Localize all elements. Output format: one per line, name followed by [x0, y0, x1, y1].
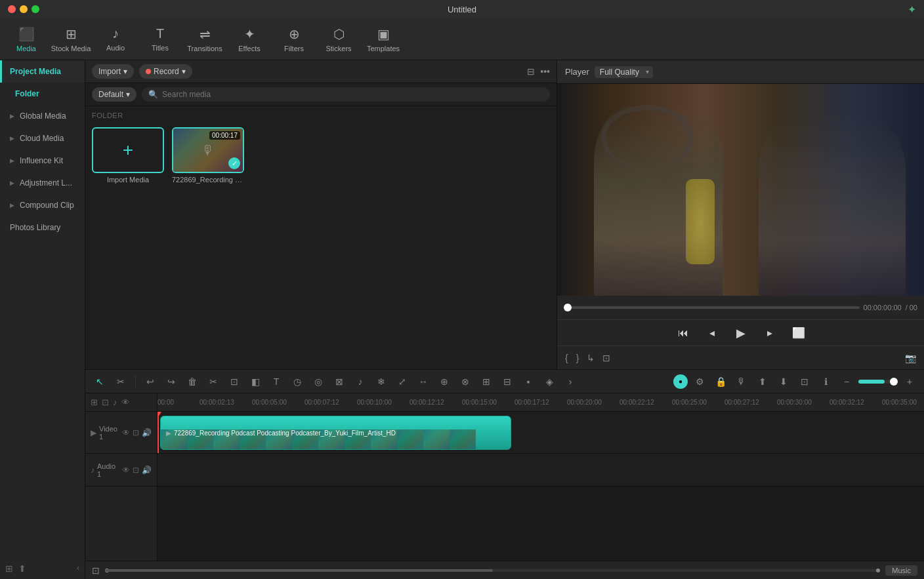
- snapshot-icon[interactable]: 📷: [905, 353, 916, 363]
- sidebar: Project Media Folder Global Media Cloud …: [0, 60, 85, 579]
- audio-vol-icon[interactable]: 🔊: [142, 466, 152, 475]
- toolbar-item-titles[interactable]: T Titles: [139, 21, 181, 58]
- sidebar-item-adjustment-layer[interactable]: Adjustment L...: [0, 172, 85, 194]
- video-track-row[interactable]: ▶ 722869_Recording Podcast Podcasting Po…: [158, 412, 924, 454]
- scale-button[interactable]: ⤢: [393, 372, 411, 391]
- ruler-tick-4: 00:00:10:00: [357, 399, 410, 406]
- record-button[interactable]: Record ▾: [139, 64, 192, 79]
- mic-tool[interactable]: 🎙: [732, 372, 751, 391]
- play-button[interactable]: ▶: [732, 324, 750, 342]
- video-lock-icon[interactable]: ⊡: [133, 428, 139, 437]
- fullscreen-button[interactable]: ⬜: [789, 324, 808, 342]
- delete-button[interactable]: 🗑: [183, 372, 201, 391]
- video-volume-icon[interactable]: 🔊: [142, 428, 152, 437]
- filter-icon[interactable]: ⊟: [527, 66, 535, 77]
- toolbar-item-stickers[interactable]: ⬡ Stickers: [318, 21, 360, 58]
- active-tool-indicator[interactable]: ●: [673, 374, 688, 389]
- zoom-in-tool[interactable]: +: [900, 372, 919, 391]
- progress-handle[interactable]: [564, 304, 572, 311]
- cut-button[interactable]: ✂: [204, 372, 222, 391]
- window-controls[interactable]: [8, 5, 39, 13]
- pip-button[interactable]: ▪: [519, 372, 537, 391]
- track-eye-icon[interactable]: 👁: [121, 397, 130, 407]
- audio-lock-icon[interactable]: ⊡: [133, 466, 139, 475]
- sidebar-item-project-media[interactable]: Project Media: [0, 60, 85, 83]
- add-folder-icon[interactable]: ⊞: [5, 563, 13, 574]
- audio-track-icons: 👁 ⊡ 🔊: [122, 466, 152, 475]
- frame-back-button[interactable]: ◂: [703, 324, 721, 342]
- sidebar-item-global-media[interactable]: Global Media: [0, 105, 85, 127]
- video-eye-icon[interactable]: 👁: [122, 428, 130, 437]
- split-icon[interactable]: ⊡: [602, 353, 610, 363]
- track-audio-icon[interactable]: ♪: [113, 397, 117, 407]
- more-tools-button[interactable]: ›: [561, 372, 579, 391]
- sidebar-item-photos-library[interactable]: Photos Library: [0, 216, 85, 239]
- crop-button[interactable]: ⊡: [225, 372, 243, 391]
- export-tool[interactable]: ⬇: [774, 372, 793, 391]
- timeline-zoom-fit-icon[interactable]: ⊡: [92, 565, 100, 576]
- toolbar-item-audio[interactable]: ♪ Audio: [94, 21, 136, 58]
- timeline-right-tools: ● ⚙ 🔒 🎙 ⬆ ⬇ ⊡ ℹ − +: [673, 372, 919, 391]
- maximize-button[interactable]: [32, 5, 39, 13]
- close-button[interactable]: [8, 5, 16, 13]
- search-input[interactable]: [162, 90, 543, 99]
- timeline-ruler: 00:00 00:00:02:13 00:00:05:00 00:00:07:1…: [158, 393, 924, 412]
- toolbar-item-transitions[interactable]: ⇌ Transitions: [184, 21, 226, 58]
- edit-tool[interactable]: ✂: [112, 372, 130, 391]
- multicam-tool[interactable]: ⊡: [795, 372, 814, 391]
- freeze-button[interactable]: ❄: [372, 372, 390, 391]
- video-clip[interactable]: ▶ 722869_Recording Podcast Podcasting Po…: [160, 416, 511, 450]
- mark-in-icon[interactable]: {: [565, 353, 568, 363]
- insert-icon[interactable]: ↳: [587, 353, 595, 363]
- quality-select[interactable]: Full Quality 1/2 Quality 1/4 Quality Aut…: [595, 66, 653, 78]
- gap-button[interactable]: ◧: [246, 372, 264, 391]
- sidebar-item-folder[interactable]: Folder: [0, 83, 85, 105]
- import-media-item[interactable]: + Import Media: [92, 127, 164, 184]
- sidebar-item-influence-kit[interactable]: Influence Kit: [0, 150, 85, 172]
- toolbar-item-stock-media[interactable]: ⊞ Stock Media: [50, 21, 92, 58]
- import-button[interactable]: Import ▾: [92, 64, 134, 79]
- effect-button[interactable]: ◎: [309, 372, 327, 391]
- skip-back-button[interactable]: ⏮: [674, 324, 692, 342]
- sidebar-item-compound-clip[interactable]: Compound Clip: [0, 194, 85, 216]
- speed-button[interactable]: ◷: [288, 372, 306, 391]
- transform-button[interactable]: ⊠: [330, 372, 348, 391]
- track-settings-icon[interactable]: ⊡: [102, 397, 109, 407]
- collapse-sidebar-icon[interactable]: ‹: [77, 563, 79, 574]
- text-tool[interactable]: T: [267, 372, 285, 391]
- detach-button[interactable]: ⊟: [498, 372, 516, 391]
- video-clip-item[interactable]: 🎙 00:00:17 ✓ 722869_Recording P...: [172, 127, 244, 184]
- mark-out-icon[interactable]: }: [576, 353, 579, 363]
- extract-tool[interactable]: ⬆: [753, 372, 772, 391]
- audio-track-row[interactable]: [158, 454, 924, 487]
- info-tool[interactable]: ℹ: [816, 372, 835, 391]
- import-icon[interactable]: ⬆: [18, 563, 26, 574]
- group-button[interactable]: ⊞: [477, 372, 495, 391]
- stabilize-button[interactable]: ⊕: [435, 372, 453, 391]
- color-button[interactable]: ◈: [540, 372, 558, 391]
- zoom-out-tool[interactable]: −: [837, 372, 856, 391]
- frame-12: [450, 429, 476, 449]
- lock-tool[interactable]: 🔒: [711, 372, 730, 391]
- redo-button[interactable]: ↪: [162, 372, 180, 391]
- select-tool[interactable]: ↖: [91, 372, 109, 391]
- toolbar-item-effects[interactable]: ✦ Effects: [228, 21, 270, 58]
- toolbar-item-templates[interactable]: ▣ Templates: [362, 21, 404, 58]
- settings-tool[interactable]: ⚙: [690, 372, 709, 391]
- frame-forward-button[interactable]: ▸: [761, 324, 779, 342]
- toolbar-item-media[interactable]: ⬛ Media: [5, 21, 47, 58]
- default-sort-button[interactable]: Default ▾: [92, 87, 136, 102]
- audio-eye-icon[interactable]: 👁: [122, 466, 130, 475]
- undo-button[interactable]: ↩: [141, 372, 159, 391]
- more-options-icon[interactable]: •••: [540, 66, 550, 77]
- minimize-button[interactable]: [20, 5, 28, 13]
- stickers-icon: ⬡: [333, 26, 345, 42]
- pan-button[interactable]: ↔: [414, 372, 432, 391]
- timeline-tracks[interactable]: 00:00 00:00:02:13 00:00:05:00 00:00:07:1…: [158, 393, 924, 561]
- add-track-icon[interactable]: ⊞: [91, 397, 98, 407]
- sidebar-item-cloud-media[interactable]: Cloud Media: [0, 127, 85, 150]
- audio-button[interactable]: ♪: [351, 372, 369, 391]
- toolbar-item-filters[interactable]: ⊕ Filters: [273, 21, 315, 58]
- progress-bar[interactable]: [564, 306, 860, 309]
- merge-button[interactable]: ⊗: [456, 372, 474, 391]
